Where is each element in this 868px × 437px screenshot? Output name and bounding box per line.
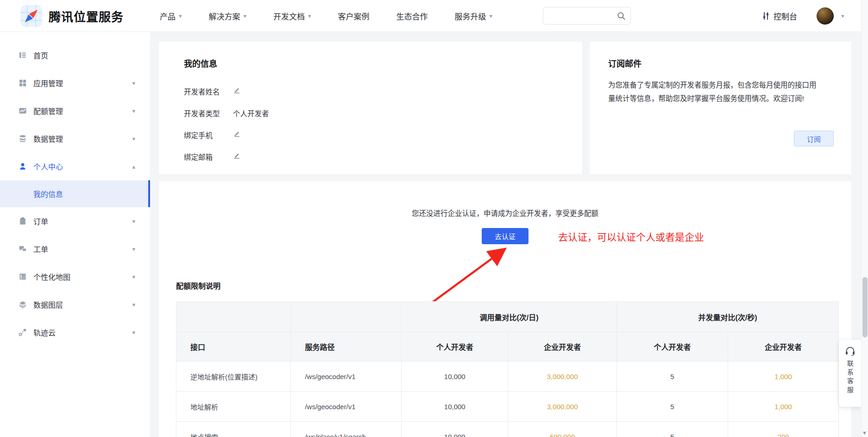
go-certify-button[interactable]: 去认证 bbox=[482, 228, 528, 244]
edit-pencil-icon[interactable] bbox=[233, 86, 241, 96]
sidebar-subitem-my-info[interactable]: 我的信息 bbox=[0, 180, 150, 207]
edit-pencil-icon[interactable] bbox=[233, 152, 241, 161]
compass-logo-icon bbox=[20, 5, 42, 27]
scrollbar-thumb[interactable] bbox=[862, 277, 868, 337]
page: 腾讯位置服务 产品▾ 解决方案▾ 开发文档▾ 客户案例 生态合作 服务升级▾ 控… bbox=[0, 0, 868, 437]
certification-prompt: 您还没进行企业认证，申请成为企业开发者，享受更多配额 bbox=[159, 181, 851, 218]
home-list-icon bbox=[19, 51, 27, 59]
subscribe-card: 订阅邮件 为您准备了专属定制的开发者服务月报，包含您每月使用的接口用量统计等信息… bbox=[590, 42, 851, 174]
sidebar-item-layers[interactable]: 数据图层 ▾ bbox=[0, 291, 150, 318]
chevron-down-icon: ▾ bbox=[132, 246, 135, 252]
page-scrollbar[interactable]: ▼ bbox=[861, 0, 868, 437]
chevron-down-icon: ▾ bbox=[132, 108, 135, 114]
database-icon bbox=[19, 134, 27, 143]
active-indicator-bar bbox=[148, 180, 150, 207]
clipboard-icon bbox=[19, 217, 27, 225]
nav-item-docs[interactable]: 开发文档▾ bbox=[273, 10, 311, 22]
search-icon bbox=[617, 12, 626, 20]
main-nav: 产品▾ 解决方案▾ 开发文档▾ 客户案例 生态合作 服务升级▾ bbox=[160, 0, 492, 32]
nav-item-cases[interactable]: 客户案例 bbox=[338, 10, 370, 22]
sidebar-item-track-cloud[interactable]: 轨迹云 ▾ bbox=[0, 318, 150, 346]
chevron-down-icon: ▾ bbox=[308, 13, 311, 19]
console-link[interactable]: 控制台 bbox=[762, 0, 797, 32]
sidebar-item-personal-center[interactable]: 个人中心 ▴ bbox=[0, 152, 150, 180]
contact-support-widget[interactable]: 联系客服 bbox=[839, 340, 861, 407]
subscribe-button[interactable]: 订阅 bbox=[794, 131, 834, 146]
route-icon bbox=[19, 328, 27, 336]
search-input[interactable] bbox=[543, 7, 631, 25]
profile-card: 我的信息 开发者姓名 开发者类型 个人开发者 绑定手机 绑定邮箱 bbox=[159, 42, 582, 174]
headset-icon bbox=[845, 346, 855, 356]
sidebar: 首页 应用管理 ▾ 配额管理 ▾ 数据管理 ▾ 个人中心 ▴ 我的信息 订单 bbox=[0, 32, 150, 437]
profile-row-type: 开发者类型 个人开发者 bbox=[184, 102, 557, 124]
sidebar-item-tickets[interactable]: 工单 ▾ bbox=[0, 235, 150, 263]
chevron-down-icon: ▾ bbox=[490, 13, 493, 19]
top-navbar: 腾讯位置服务 产品▾ 解决方案▾ 开发文档▾ 客户案例 生态合作 服务升级▾ 控… bbox=[0, 0, 868, 32]
sidebar-item-orders[interactable]: 订单 ▾ bbox=[0, 207, 150, 235]
chevron-up-icon: ▴ bbox=[132, 164, 135, 170]
chevron-down-icon: ▾ bbox=[132, 218, 135, 224]
subscribe-card-body: 为您准备了专属定制的开发者服务月报，包含您每月使用的接口用量统计等信息，帮助您及… bbox=[608, 78, 818, 105]
chevron-down-icon[interactable]: ▾ bbox=[841, 13, 844, 19]
nav-item-products[interactable]: 产品▾ bbox=[160, 10, 182, 22]
table-header-row: 接口 服务路径 个人开发者 企业开发者 个人开发者 企业开发者 bbox=[176, 332, 839, 361]
profile-card-title: 我的信息 bbox=[184, 57, 557, 69]
profile-row-phone: 绑定手机 bbox=[184, 124, 557, 146]
main-content: 我的信息 开发者姓名 开发者类型 个人开发者 绑定手机 绑定邮箱 bbox=[150, 32, 868, 437]
quota-section: 配额限制说明 调用量对比(次/日) 并发量对比(次/秒) 接口 bbox=[176, 280, 839, 437]
chevron-down-icon: ▾ bbox=[132, 274, 135, 280]
layers-icon bbox=[19, 300, 27, 309]
table-row: 地址解析 /ws/geocoder/v1 10,000 3,000,000 5 … bbox=[176, 392, 839, 422]
user-avatar[interactable] bbox=[817, 7, 834, 25]
edit-pencil-icon[interactable] bbox=[233, 130, 241, 139]
chat-bubbles-icon bbox=[19, 245, 27, 253]
sidebar-item-home[interactable]: 首页 bbox=[0, 41, 150, 69]
table-group-header-row: 调用量对比(次/日) 并发量对比(次/秒) bbox=[176, 302, 839, 332]
sliders-icon bbox=[762, 12, 770, 20]
chevron-down-icon: ▾ bbox=[132, 329, 135, 336]
table-row: 地点搜索 /ws/place/v1/search 10,000 500,000 … bbox=[176, 422, 839, 437]
profile-row-name: 开发者姓名 bbox=[184, 80, 557, 102]
group-header-concurrency: 并发量对比(次/秒) bbox=[616, 302, 838, 332]
subscribe-card-title: 订阅邮件 bbox=[608, 57, 833, 69]
chevron-down-icon: ▾ bbox=[132, 80, 135, 86]
chevron-down-icon: ▾ bbox=[179, 13, 182, 19]
chevron-down-icon: ▾ bbox=[132, 302, 135, 308]
developer-type-value: 个人开发者 bbox=[233, 108, 269, 118]
chevron-down-icon: ▾ bbox=[244, 13, 247, 19]
brand-name: 腾讯位置服务 bbox=[49, 7, 124, 25]
chevron-down-icon: ▾ bbox=[132, 136, 135, 142]
brand[interactable]: 腾讯位置服务 bbox=[20, 5, 124, 27]
table-row: 逆地址解析(位置描述) /ws/geocoder/v1 10,000 3,000… bbox=[176, 361, 839, 392]
sidebar-item-quota[interactable]: 配额管理 ▾ bbox=[0, 97, 150, 125]
sidebar-item-custom-map[interactable]: 个性化地图 ▾ bbox=[0, 263, 150, 291]
nav-item-upgrade[interactable]: 服务升级▾ bbox=[455, 10, 493, 22]
person-icon bbox=[19, 162, 27, 171]
nav-item-ecosystem[interactable]: 生态合作 bbox=[396, 10, 428, 22]
sidebar-item-apps[interactable]: 应用管理 ▾ bbox=[0, 69, 150, 97]
map-icon bbox=[19, 272, 27, 281]
grid-icon bbox=[19, 79, 27, 87]
console-label: 控制台 bbox=[774, 10, 797, 22]
scroll-down-arrow-icon[interactable]: ▼ bbox=[862, 430, 867, 436]
group-header-daily-calls: 调用量对比(次/日) bbox=[402, 302, 617, 332]
sidebar-item-data[interactable]: 数据管理 ▾ bbox=[0, 125, 150, 152]
red-annotation-text: 去认证，可以认证个人或者是企业 bbox=[558, 229, 704, 243]
chart-image-icon bbox=[19, 107, 27, 115]
nav-item-solutions[interactable]: 解决方案▾ bbox=[209, 10, 247, 22]
certification-card: 您还没进行企业认证，申请成为企业开发者，享受更多配额 去认证 去认证，可以认证个… bbox=[159, 181, 851, 437]
quota-section-title: 配额限制说明 bbox=[176, 280, 839, 291]
quota-table: 调用量对比(次/日) 并发量对比(次/秒) 接口 服务路径 个人开发者 企业开发… bbox=[176, 301, 839, 437]
profile-row-email: 绑定邮箱 bbox=[184, 146, 557, 167]
contact-support-label: 联系客服 bbox=[845, 360, 855, 395]
